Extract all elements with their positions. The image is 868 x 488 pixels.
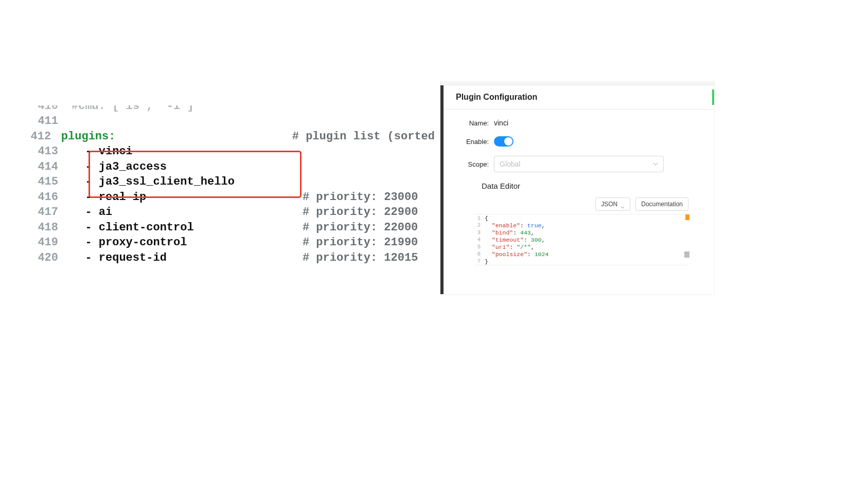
panel-topbar xyxy=(440,81,714,85)
code-content: - vinci xyxy=(72,144,133,159)
scope-select[interactable]: Global xyxy=(494,156,664,172)
code-line: 414 - ja3_access xyxy=(28,159,435,175)
json-line-number: 7 xyxy=(474,258,485,264)
line-number: 415 xyxy=(28,174,58,190)
json-line-number: 4 xyxy=(474,237,485,243)
json-line-number: 5 xyxy=(474,244,485,250)
code-line: 411 xyxy=(28,114,435,129)
code-line: 417 - ai # priority: 22900 xyxy=(28,205,435,220)
code-comment: # priority: 12015 xyxy=(303,251,418,264)
minimap-cursor-mark xyxy=(684,251,689,258)
json-code: "timeout": 300, xyxy=(485,237,545,243)
json-line: 7} xyxy=(474,258,688,265)
format-select-label: JSON xyxy=(601,201,617,208)
minimap-warning-mark xyxy=(685,214,689,220)
code-line: 412plugins: # plugin list (sorted xyxy=(28,129,435,144)
line-number: 420 xyxy=(28,250,58,266)
json-code: } xyxy=(485,258,488,265)
chevron-down-icon xyxy=(621,203,625,206)
line-number: 413 xyxy=(28,144,58,159)
json-code: "poolsize": 1024 xyxy=(485,251,548,258)
json-code: "uri": "/*", xyxy=(485,244,535,250)
json-line-number: 6 xyxy=(474,251,485,257)
line-number: 416 xyxy=(28,190,58,205)
line-number: 412 xyxy=(28,129,51,144)
code-line: 415 - ja3_ssl_client_hello xyxy=(28,174,435,190)
code-text: #cmd: [ ls , -l ] xyxy=(72,105,194,114)
json-line: 4 "timeout": 300, xyxy=(474,236,688,243)
line-number: 419 xyxy=(28,235,58,250)
enable-toggle[interactable] xyxy=(494,136,513,147)
code-line: 418 - client-control # priority: 22000 xyxy=(28,220,435,236)
code-line: 420 - request-id # priority: 12015 xyxy=(28,250,435,266)
line-number: 411 xyxy=(28,114,58,129)
json-line: 3 "bind": 443, xyxy=(474,229,688,236)
json-line: 6 "poolsize": 1024 xyxy=(474,250,688,258)
code-content: - request-id # priority: 12015 xyxy=(72,250,418,266)
code-line: 419 - proxy-control # priority: 21990 xyxy=(28,235,435,250)
name-label: Name: xyxy=(461,119,489,127)
documentation-label: Documentation xyxy=(641,201,683,208)
code-content: - client-control # priority: 22000 xyxy=(72,220,418,236)
name-value: vinci xyxy=(494,119,508,127)
chevron-down-icon xyxy=(653,162,658,166)
code-comment: # priority: 22900 xyxy=(303,206,418,219)
json-line-number: 2 xyxy=(474,222,485,228)
line-number: 410 xyxy=(28,105,58,114)
enable-label: Enable: xyxy=(461,138,489,146)
line-number: 418 xyxy=(28,220,58,236)
editor-toolbar: JSON Documentation xyxy=(461,197,697,211)
json-line: 1{ xyxy=(474,214,688,222)
json-code: "enable": true, xyxy=(485,222,545,229)
scope-placeholder: Global xyxy=(500,160,520,168)
code-content: - ai # priority: 22900 xyxy=(72,205,418,220)
line-number: 417 xyxy=(28,205,58,220)
code-content: plugins: # plugin list (sorted xyxy=(61,129,435,144)
plugin-config-panel: Plugin Configuration Name: vinci Enable:… xyxy=(440,81,714,294)
panel-title: Plugin Configuration xyxy=(444,85,714,110)
json-line-number: 3 xyxy=(474,229,485,236)
truncated-line: 410 #cmd: [ ls , -l ] xyxy=(28,105,435,114)
code-comment: # priority: 22000 xyxy=(303,221,418,234)
scope-row: Scope: Global xyxy=(461,156,697,172)
code-content: - proxy-control # priority: 21990 xyxy=(72,235,418,250)
code-line: 413 - vinci xyxy=(28,144,435,159)
name-row: Name: vinci xyxy=(461,119,697,127)
code-comment: # priority: 21990 xyxy=(303,236,418,249)
code-comment: # priority: 23000 xyxy=(303,191,418,204)
json-line: 2 "enable": true, xyxy=(474,222,688,229)
green-indicator xyxy=(712,89,714,105)
format-select-button[interactable]: JSON xyxy=(595,197,630,211)
json-code: { xyxy=(485,215,488,222)
line-number: 414 xyxy=(28,159,58,175)
code-content: - real-ip # priority: 23000 xyxy=(72,190,418,205)
json-line-number: 1 xyxy=(474,215,485,221)
enable-row: Enable: xyxy=(461,136,697,147)
scope-label: Scope: xyxy=(461,160,489,168)
yaml-code-editor[interactable]: 410 #cmd: [ ls , -l ] 411412plugins: # p… xyxy=(28,105,435,265)
json-line: 5 "uri": "/*", xyxy=(474,243,688,250)
code-comment: # plugin list (sorted xyxy=(292,130,435,143)
json-code: "bind": 443, xyxy=(485,229,535,236)
code-line: 416 - real-ip # priority: 23000 xyxy=(28,190,435,205)
json-editor[interactable]: 1{2 "enable": true,3 "bind": 443,4 "time… xyxy=(474,214,688,265)
code-content: - ja3_access xyxy=(72,159,167,175)
code-content: - ja3_ssl_client_hello xyxy=(72,174,235,190)
data-editor-title: Data Editor xyxy=(482,182,697,190)
documentation-button[interactable]: Documentation xyxy=(635,197,688,211)
